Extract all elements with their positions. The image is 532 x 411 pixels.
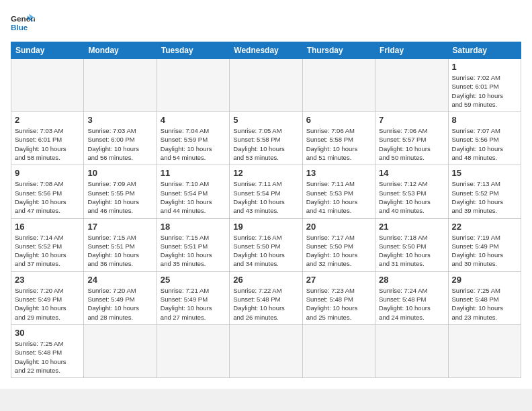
day-number: 8 — [452, 115, 517, 125]
weekday-friday: Friday — [375, 42, 448, 59]
calendar-week-3: 9Sunrise: 7:08 AMSunset: 5:56 PMDaylight… — [11, 165, 521, 218]
logo-icon: General Blue — [11, 11, 35, 35]
day-number: 30 — [15, 328, 80, 338]
calendar-cell: 5Sunrise: 7:05 AMSunset: 5:58 PMDaylight… — [230, 112, 302, 165]
calendar-cell — [302, 59, 375, 112]
day-info: Sunrise: 7:20 AMSunset: 5:49 PMDaylight:… — [15, 286, 80, 322]
weekday-saturday: Saturday — [448, 42, 521, 59]
calendar-cell — [375, 59, 448, 112]
calendar-cell: 23Sunrise: 7:20 AMSunset: 5:49 PMDayligh… — [11, 271, 84, 324]
day-number: 20 — [306, 222, 371, 232]
day-number: 18 — [161, 222, 226, 232]
day-info: Sunrise: 7:16 AMSunset: 5:50 PMDaylight:… — [233, 233, 298, 269]
calendar-cell — [302, 324, 375, 377]
calendar-cell: 18Sunrise: 7:15 AMSunset: 5:51 PMDayligh… — [157, 218, 229, 271]
day-number: 10 — [87, 168, 152, 178]
calendar-cell: 7Sunrise: 7:06 AMSunset: 5:57 PMDaylight… — [375, 112, 448, 165]
calendar-cell — [157, 324, 229, 377]
calendar-cell: 15Sunrise: 7:13 AMSunset: 5:52 PMDayligh… — [448, 165, 521, 218]
day-info: Sunrise: 7:03 AMSunset: 6:00 PMDaylight:… — [87, 126, 152, 162]
calendar-week-1: 1Sunrise: 7:02 AMSunset: 6:01 PMDaylight… — [11, 59, 521, 112]
calendar-week-2: 2Sunrise: 7:03 AMSunset: 6:01 PMDaylight… — [11, 112, 521, 165]
day-number: 15 — [452, 168, 517, 178]
weekday-monday: Monday — [84, 42, 157, 59]
calendar-cell — [157, 59, 229, 112]
day-number: 7 — [379, 115, 444, 125]
day-info: Sunrise: 7:17 AMSunset: 5:50 PMDaylight:… — [306, 233, 371, 269]
calendar-cell: 19Sunrise: 7:16 AMSunset: 5:50 PMDayligh… — [230, 218, 302, 271]
calendar-cell: 4Sunrise: 7:04 AMSunset: 5:59 PMDaylight… — [157, 112, 229, 165]
calendar-cell — [448, 324, 521, 377]
calendar-cell: 26Sunrise: 7:22 AMSunset: 5:48 PMDayligh… — [230, 271, 302, 324]
day-info: Sunrise: 7:04 AMSunset: 5:59 PMDaylight:… — [161, 126, 226, 162]
day-number: 12 — [233, 168, 298, 178]
day-number: 21 — [379, 222, 444, 232]
svg-text:Blue: Blue — [11, 23, 28, 32]
weekday-sunday: Sunday — [11, 42, 84, 59]
day-number: 9 — [15, 168, 80, 178]
calendar-table: SundayMondayTuesdayWednesdayThursdayFrid… — [11, 42, 521, 378]
day-number: 14 — [379, 168, 444, 178]
logo: General Blue — [11, 11, 35, 35]
calendar-cell: 27Sunrise: 7:23 AMSunset: 5:48 PMDayligh… — [302, 271, 375, 324]
day-number: 19 — [233, 222, 298, 232]
day-number: 2 — [15, 115, 80, 125]
day-info: Sunrise: 7:15 AMSunset: 5:51 PMDaylight:… — [161, 233, 226, 269]
calendar-cell: 28Sunrise: 7:24 AMSunset: 5:48 PMDayligh… — [375, 271, 448, 324]
calendar-cell: 6Sunrise: 7:06 AMSunset: 5:58 PMDaylight… — [302, 112, 375, 165]
day-number: 27 — [306, 275, 371, 285]
day-number: 28 — [379, 275, 444, 285]
day-info: Sunrise: 7:14 AMSunset: 5:52 PMDaylight:… — [15, 233, 80, 269]
day-number: 11 — [161, 168, 226, 178]
calendar-cell: 3Sunrise: 7:03 AMSunset: 6:00 PMDaylight… — [84, 112, 157, 165]
calendar-cell: 29Sunrise: 7:25 AMSunset: 5:48 PMDayligh… — [448, 271, 521, 324]
calendar-cell — [84, 324, 157, 377]
calendar-cell: 21Sunrise: 7:18 AMSunset: 5:50 PMDayligh… — [375, 218, 448, 271]
day-info: Sunrise: 7:22 AMSunset: 5:48 PMDaylight:… — [233, 286, 298, 322]
weekday-tuesday: Tuesday — [157, 42, 229, 59]
header: General Blue — [11, 11, 521, 35]
calendar-cell: 30Sunrise: 7:25 AMSunset: 5:48 PMDayligh… — [11, 324, 84, 377]
calendar-cell: 1Sunrise: 7:02 AMSunset: 6:01 PMDaylight… — [448, 59, 521, 112]
day-info: Sunrise: 7:23 AMSunset: 5:48 PMDaylight:… — [306, 286, 371, 322]
day-info: Sunrise: 7:13 AMSunset: 5:52 PMDaylight:… — [452, 179, 517, 215]
day-info: Sunrise: 7:15 AMSunset: 5:51 PMDaylight:… — [87, 233, 152, 269]
day-info: Sunrise: 7:25 AMSunset: 5:48 PMDaylight:… — [15, 339, 80, 375]
day-number: 5 — [233, 115, 298, 125]
day-number: 4 — [161, 115, 226, 125]
day-info: Sunrise: 7:21 AMSunset: 5:49 PMDaylight:… — [161, 286, 226, 322]
day-number: 17 — [87, 222, 152, 232]
day-info: Sunrise: 7:12 AMSunset: 5:53 PMDaylight:… — [379, 179, 444, 215]
day-info: Sunrise: 7:19 AMSunset: 5:49 PMDaylight:… — [452, 233, 517, 269]
day-info: Sunrise: 7:02 AMSunset: 6:01 PMDaylight:… — [452, 73, 517, 109]
day-number: 22 — [452, 222, 517, 232]
day-info: Sunrise: 7:09 AMSunset: 5:55 PMDaylight:… — [87, 179, 152, 215]
calendar-cell: 22Sunrise: 7:19 AMSunset: 5:49 PMDayligh… — [448, 218, 521, 271]
day-info: Sunrise: 7:18 AMSunset: 5:50 PMDaylight:… — [379, 233, 444, 269]
calendar-cell: 12Sunrise: 7:11 AMSunset: 5:54 PMDayligh… — [230, 165, 302, 218]
calendar-cell: 25Sunrise: 7:21 AMSunset: 5:49 PMDayligh… — [157, 271, 229, 324]
day-info: Sunrise: 7:08 AMSunset: 5:56 PMDaylight:… — [15, 179, 80, 215]
page: General Blue SundayMondayTuesdayWednesda… — [0, 0, 532, 389]
day-number: 3 — [87, 115, 152, 125]
day-number: 24 — [87, 275, 152, 285]
day-number: 16 — [15, 222, 80, 232]
calendar-cell — [375, 324, 448, 377]
day-info: Sunrise: 7:05 AMSunset: 5:58 PMDaylight:… — [233, 126, 298, 162]
day-info: Sunrise: 7:25 AMSunset: 5:48 PMDaylight:… — [452, 286, 517, 322]
calendar-cell: 11Sunrise: 7:10 AMSunset: 5:54 PMDayligh… — [157, 165, 229, 218]
day-info: Sunrise: 7:24 AMSunset: 5:48 PMDaylight:… — [379, 286, 444, 322]
calendar-cell: 8Sunrise: 7:07 AMSunset: 5:56 PMDaylight… — [448, 112, 521, 165]
weekday-header-row: SundayMondayTuesdayWednesdayThursdayFrid… — [11, 42, 521, 59]
calendar-cell: 9Sunrise: 7:08 AMSunset: 5:56 PMDaylight… — [11, 165, 84, 218]
day-number: 6 — [306, 115, 371, 125]
calendar-cell: 2Sunrise: 7:03 AMSunset: 6:01 PMDaylight… — [11, 112, 84, 165]
calendar-cell: 16Sunrise: 7:14 AMSunset: 5:52 PMDayligh… — [11, 218, 84, 271]
day-info: Sunrise: 7:06 AMSunset: 5:57 PMDaylight:… — [379, 126, 444, 162]
day-number: 25 — [161, 275, 226, 285]
calendar-cell: 24Sunrise: 7:20 AMSunset: 5:49 PMDayligh… — [84, 271, 157, 324]
day-info: Sunrise: 7:20 AMSunset: 5:49 PMDaylight:… — [87, 286, 152, 322]
day-info: Sunrise: 7:11 AMSunset: 5:54 PMDaylight:… — [233, 179, 298, 215]
calendar-cell: 20Sunrise: 7:17 AMSunset: 5:50 PMDayligh… — [302, 218, 375, 271]
day-number: 23 — [15, 275, 80, 285]
